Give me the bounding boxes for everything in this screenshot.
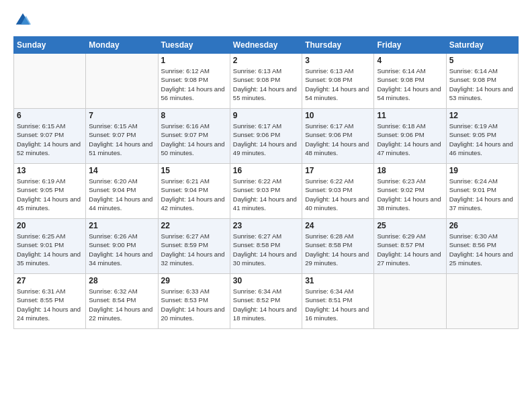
day-info: Sunrise: 6:20 AM Sunset: 9:04 PM Dayligh…	[89, 177, 154, 212]
logo-icon	[13, 11, 32, 30]
weekday-header-wednesday: Wednesday	[230, 37, 302, 54]
weekday-header-tuesday: Tuesday	[158, 37, 230, 54]
day-number: 26	[449, 221, 515, 230]
calendar-cell	[86, 54, 158, 109]
calendar-cell	[374, 274, 446, 329]
logo	[13, 11, 35, 30]
calendar: SundayMondayTuesdayWednesdayThursdayFrid…	[13, 36, 519, 329]
calendar-cell: 25Sunrise: 6:29 AM Sunset: 8:57 PM Dayli…	[374, 219, 446, 274]
weekday-header-saturday: Saturday	[446, 37, 518, 54]
day-info: Sunrise: 6:14 AM Sunset: 9:08 PM Dayligh…	[377, 66, 443, 102]
day-info: Sunrise: 6:34 AM Sunset: 8:51 PM Dayligh…	[305, 287, 371, 322]
day-info: Sunrise: 6:23 AM Sunset: 9:02 PM Dayligh…	[377, 177, 443, 212]
calendar-cell	[14, 54, 86, 109]
weekday-header-row: SundayMondayTuesdayWednesdayThursdayFrid…	[14, 37, 519, 54]
day-info: Sunrise: 6:19 AM Sunset: 9:05 PM Dayligh…	[449, 122, 515, 157]
day-number: 31	[305, 276, 371, 285]
day-number: 19	[449, 166, 515, 175]
day-info: Sunrise: 6:24 AM Sunset: 9:01 PM Dayligh…	[449, 177, 515, 212]
day-info: Sunrise: 6:27 AM Sunset: 8:58 PM Dayligh…	[233, 232, 299, 267]
calendar-cell: 8Sunrise: 6:16 AM Sunset: 9:07 PM Daylig…	[158, 109, 230, 164]
calendar-cell: 19Sunrise: 6:24 AM Sunset: 9:01 PM Dayli…	[446, 164, 518, 219]
calendar-cell: 16Sunrise: 6:22 AM Sunset: 9:03 PM Dayli…	[230, 164, 302, 219]
day-number: 28	[89, 276, 154, 285]
day-number: 15	[161, 166, 227, 175]
day-number: 24	[305, 221, 371, 230]
day-number: 14	[89, 166, 154, 175]
day-info: Sunrise: 6:14 AM Sunset: 9:08 PM Dayligh…	[449, 66, 515, 102]
day-info: Sunrise: 6:26 AM Sunset: 9:00 PM Dayligh…	[89, 232, 154, 267]
calendar-cell: 21Sunrise: 6:26 AM Sunset: 9:00 PM Dayli…	[86, 219, 158, 274]
calendar-cell: 18Sunrise: 6:23 AM Sunset: 9:02 PM Dayli…	[374, 164, 446, 219]
calendar-cell: 26Sunrise: 6:30 AM Sunset: 8:56 PM Dayli…	[446, 219, 518, 274]
day-info: Sunrise: 6:34 AM Sunset: 8:52 PM Dayligh…	[233, 287, 299, 322]
day-info: Sunrise: 6:17 AM Sunset: 9:06 PM Dayligh…	[305, 122, 371, 157]
calendar-cell: 5Sunrise: 6:14 AM Sunset: 9:08 PM Daylig…	[446, 54, 518, 109]
day-info: Sunrise: 6:15 AM Sunset: 9:07 PM Dayligh…	[89, 122, 154, 157]
day-number: 11	[377, 111, 443, 120]
calendar-cell	[446, 274, 518, 329]
weekday-header-thursday: Thursday	[302, 37, 374, 54]
calendar-cell: 7Sunrise: 6:15 AM Sunset: 9:07 PM Daylig…	[86, 109, 158, 164]
header	[13, 11, 519, 30]
day-info: Sunrise: 6:22 AM Sunset: 9:03 PM Dayligh…	[305, 177, 371, 212]
day-number: 21	[89, 221, 154, 230]
calendar-cell: 22Sunrise: 6:27 AM Sunset: 8:59 PM Dayli…	[158, 219, 230, 274]
day-number: 20	[17, 221, 83, 230]
weekday-header-monday: Monday	[86, 37, 158, 54]
day-number: 25	[377, 221, 443, 230]
weekday-header-friday: Friday	[374, 37, 446, 54]
calendar-cell: 20Sunrise: 6:25 AM Sunset: 9:01 PM Dayli…	[14, 219, 86, 274]
day-info: Sunrise: 6:18 AM Sunset: 9:06 PM Dayligh…	[377, 122, 443, 157]
day-number: 29	[161, 276, 227, 285]
day-number: 3	[305, 56, 371, 65]
weekday-header-sunday: Sunday	[14, 37, 86, 54]
calendar-cell: 27Sunrise: 6:31 AM Sunset: 8:55 PM Dayli…	[14, 274, 86, 329]
calendar-cell: 1Sunrise: 6:12 AM Sunset: 9:08 PM Daylig…	[158, 54, 230, 109]
day-number: 23	[233, 221, 299, 230]
day-number: 18	[377, 166, 443, 175]
day-number: 22	[161, 221, 227, 230]
calendar-cell: 9Sunrise: 6:17 AM Sunset: 9:06 PM Daylig…	[230, 109, 302, 164]
day-number: 16	[233, 166, 299, 175]
calendar-cell: 23Sunrise: 6:27 AM Sunset: 8:58 PM Dayli…	[230, 219, 302, 274]
day-number: 8	[161, 111, 227, 120]
calendar-cell: 4Sunrise: 6:14 AM Sunset: 9:08 PM Daylig…	[374, 54, 446, 109]
day-number: 13	[17, 166, 83, 175]
calendar-cell: 17Sunrise: 6:22 AM Sunset: 9:03 PM Dayli…	[302, 164, 374, 219]
day-info: Sunrise: 6:25 AM Sunset: 9:01 PM Dayligh…	[17, 232, 83, 267]
calendar-cell: 3Sunrise: 6:13 AM Sunset: 9:08 PM Daylig…	[302, 54, 374, 109]
day-number: 17	[305, 166, 371, 175]
week-row-3: 13Sunrise: 6:19 AM Sunset: 9:05 PM Dayli…	[14, 164, 519, 219]
calendar-cell: 10Sunrise: 6:17 AM Sunset: 9:06 PM Dayli…	[302, 109, 374, 164]
day-number: 12	[449, 111, 515, 120]
day-number: 5	[449, 56, 515, 65]
day-info: Sunrise: 6:17 AM Sunset: 9:06 PM Dayligh…	[233, 122, 299, 157]
calendar-cell: 13Sunrise: 6:19 AM Sunset: 9:05 PM Dayli…	[14, 164, 86, 219]
day-number: 4	[377, 56, 443, 65]
calendar-cell: 29Sunrise: 6:33 AM Sunset: 8:53 PM Dayli…	[158, 274, 230, 329]
day-info: Sunrise: 6:16 AM Sunset: 9:07 PM Dayligh…	[161, 122, 227, 157]
day-info: Sunrise: 6:28 AM Sunset: 8:58 PM Dayligh…	[305, 232, 371, 267]
calendar-cell: 2Sunrise: 6:13 AM Sunset: 9:08 PM Daylig…	[230, 54, 302, 109]
day-number: 7	[89, 111, 154, 120]
week-row-4: 20Sunrise: 6:25 AM Sunset: 9:01 PM Dayli…	[14, 219, 519, 274]
day-info: Sunrise: 6:30 AM Sunset: 8:56 PM Dayligh…	[449, 232, 515, 267]
day-info: Sunrise: 6:13 AM Sunset: 9:08 PM Dayligh…	[233, 66, 299, 102]
day-number: 27	[17, 276, 83, 285]
day-info: Sunrise: 6:12 AM Sunset: 9:08 PM Dayligh…	[161, 66, 227, 102]
day-info: Sunrise: 6:31 AM Sunset: 8:55 PM Dayligh…	[17, 287, 83, 322]
calendar-cell: 14Sunrise: 6:20 AM Sunset: 9:04 PM Dayli…	[86, 164, 158, 219]
day-info: Sunrise: 6:33 AM Sunset: 8:53 PM Dayligh…	[161, 287, 227, 322]
day-info: Sunrise: 6:29 AM Sunset: 8:57 PM Dayligh…	[377, 232, 443, 267]
day-info: Sunrise: 6:22 AM Sunset: 9:03 PM Dayligh…	[233, 177, 299, 212]
week-row-1: 1Sunrise: 6:12 AM Sunset: 9:08 PM Daylig…	[14, 54, 519, 109]
calendar-cell: 15Sunrise: 6:21 AM Sunset: 9:04 PM Dayli…	[158, 164, 230, 219]
calendar-cell: 31Sunrise: 6:34 AM Sunset: 8:51 PM Dayli…	[302, 274, 374, 329]
calendar-cell: 30Sunrise: 6:34 AM Sunset: 8:52 PM Dayli…	[230, 274, 302, 329]
calendar-cell: 11Sunrise: 6:18 AM Sunset: 9:06 PM Dayli…	[374, 109, 446, 164]
day-number: 6	[17, 111, 83, 120]
page: SundayMondayTuesdayWednesdayThursdayFrid…	[0, 0, 532, 411]
calendar-cell: 12Sunrise: 6:19 AM Sunset: 9:05 PM Dayli…	[446, 109, 518, 164]
day-info: Sunrise: 6:32 AM Sunset: 8:54 PM Dayligh…	[89, 287, 154, 322]
